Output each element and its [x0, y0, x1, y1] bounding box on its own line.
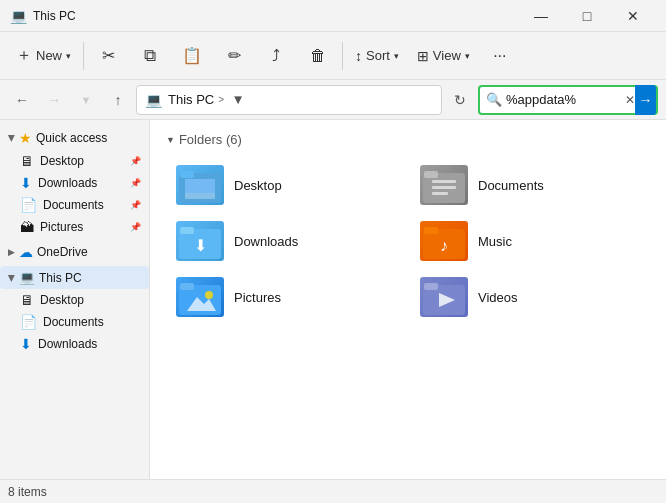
sidebar-item-desktop2[interactable]: 🖥 Desktop [16, 289, 149, 311]
share-button[interactable]: ⤴ [256, 36, 296, 76]
sidebar-item-downloads2[interactable]: ⬇ Downloads [16, 333, 149, 355]
svg-text:⬇: ⬇ [194, 237, 207, 254]
copy-icon: ⧉ [144, 46, 156, 66]
folder-name-videos: Videos [478, 290, 518, 305]
recent-button[interactable]: ▼ [72, 86, 100, 114]
this-pc-label: This PC [39, 271, 141, 285]
folder-item-pictures[interactable]: Pictures [166, 271, 406, 323]
view-label: View [433, 48, 461, 63]
svg-rect-14 [424, 227, 438, 234]
this-pc-header[interactable]: ▶ 💻 This PC [0, 266, 149, 289]
view-icon: ⊞ [417, 48, 429, 64]
rename-button[interactable]: ✏ [214, 36, 254, 76]
pictures-label: Pictures [40, 220, 124, 234]
folder-svg-pictures [179, 279, 221, 315]
back-button[interactable]: ← [8, 86, 36, 114]
pictures-icon: 🏔 [20, 219, 34, 235]
downloads2-label: Downloads [38, 337, 141, 351]
svg-rect-2 [180, 171, 194, 178]
this-pc-items: 🖥 Desktop 📄 Documents ⬇ Downloads [0, 289, 149, 355]
status-bar: 8 items [0, 479, 666, 503]
sidebar-item-desktop[interactable]: 🖥 Desktop 📌 [16, 150, 149, 172]
folder-item-videos[interactable]: Videos [410, 271, 650, 323]
up-button[interactable]: ↑ [104, 86, 132, 114]
svg-rect-17 [180, 283, 194, 290]
main-layout: ▶ ★ Quick access 🖥 Desktop 📌 ⬇ Downloads… [0, 120, 666, 479]
sidebar-item-pictures[interactable]: 🏔 Pictures 📌 [16, 216, 149, 238]
folder-item-downloads[interactable]: ⬇ Downloads [166, 215, 406, 267]
downloads-label: Downloads [38, 176, 124, 190]
svg-point-19 [205, 291, 213, 299]
folder-svg-desktop [179, 167, 221, 203]
view-button[interactable]: ⊞ View ▾ [409, 36, 478, 76]
quick-access-header[interactable]: ▶ ★ Quick access [0, 126, 149, 150]
folder-thumb-downloads: ⬇ [176, 221, 224, 261]
folder-name-music: Music [478, 234, 512, 249]
onedrive-header[interactable]: ▶ ☁ OneDrive [0, 240, 149, 264]
minimize-button[interactable]: — [518, 0, 564, 32]
copy-button[interactable]: ⧉ [130, 36, 170, 76]
refresh-button[interactable]: ↻ [446, 86, 474, 114]
address-dropdown-button[interactable]: ▼ [228, 92, 248, 107]
folder-item-music[interactable]: ♪ Music [410, 215, 650, 267]
sidebar-item-downloads[interactable]: ⬇ Downloads 📌 [16, 172, 149, 194]
quick-access-star-icon: ★ [19, 130, 32, 146]
folder-thumb-pictures [176, 277, 224, 317]
folder-item-documents[interactable]: Documents [410, 159, 650, 211]
toolbar-separator-2 [342, 42, 343, 70]
quick-access-label: Quick access [36, 131, 141, 145]
pictures-pin-icon: 📌 [130, 222, 141, 232]
new-icon: ＋ [16, 45, 32, 66]
maximize-button[interactable]: □ [564, 0, 610, 32]
folder-item-desktop[interactable]: Desktop [166, 159, 406, 211]
content-area: ▼ Folders (6) Desktop [150, 120, 666, 479]
path-text: This PC [168, 92, 214, 107]
folder-svg-videos [423, 279, 465, 315]
path-chevron-icon: > [218, 94, 224, 105]
cut-button[interactable]: ✂ [88, 36, 128, 76]
rename-icon: ✏ [228, 46, 241, 65]
sort-button[interactable]: ↕ Sort ▾ [347, 36, 407, 76]
documents-icon: 📄 [20, 197, 37, 213]
section-header: ▼ Folders (6) [166, 132, 650, 147]
svg-rect-11 [180, 227, 194, 234]
sidebar-item-documents[interactable]: 📄 Documents 📌 [16, 194, 149, 216]
folder-svg-documents [423, 167, 465, 203]
forward-button[interactable]: → [40, 86, 68, 114]
search-go-button[interactable]: → [635, 85, 656, 115]
documents-label: Documents [43, 198, 124, 212]
search-clear-button[interactable]: ✕ [625, 93, 635, 107]
folder-thumb-documents [420, 165, 468, 205]
section-label: Folders (6) [179, 132, 242, 147]
onedrive-chevron-icon: ▶ [8, 247, 15, 257]
paste-icon: 📋 [182, 46, 202, 65]
quick-access-chevron-icon: ▶ [7, 135, 17, 142]
title-bar-controls: — □ ✕ [518, 0, 656, 32]
folder-name-downloads: Downloads [234, 234, 298, 249]
view-dropdown-icon: ▾ [465, 51, 470, 61]
sort-label: Sort [366, 48, 390, 63]
documents2-icon: 📄 [20, 314, 37, 330]
quick-access-items: 🖥 Desktop 📌 ⬇ Downloads 📌 📄 Documents 📌 … [0, 150, 149, 238]
svg-rect-6 [424, 171, 438, 178]
svg-rect-8 [432, 186, 456, 189]
folder-thumb-desktop [176, 165, 224, 205]
onedrive-label: OneDrive [37, 245, 141, 259]
more-icon: ··· [493, 47, 506, 65]
folder-name-pictures: Pictures [234, 290, 281, 305]
folder-thumb-videos [420, 277, 468, 317]
section-chevron-icon: ▼ [166, 135, 175, 145]
sidebar-item-documents2[interactable]: 📄 Documents [16, 311, 149, 333]
folder-thumb-music: ♪ [420, 221, 468, 261]
desktop-label: Desktop [40, 154, 124, 168]
more-button[interactable]: ··· [480, 36, 520, 76]
paste-button[interactable]: 📋 [172, 36, 212, 76]
new-button[interactable]: ＋ New ▾ [8, 36, 79, 76]
close-button[interactable]: ✕ [610, 0, 656, 32]
search-input[interactable] [506, 92, 621, 107]
address-path[interactable]: 💻 This PC > ▼ [136, 85, 442, 115]
pin-icon: 📌 [130, 156, 141, 166]
svg-rect-21 [424, 283, 438, 290]
desktop2-label: Desktop [40, 293, 141, 307]
delete-button[interactable]: 🗑 [298, 36, 338, 76]
